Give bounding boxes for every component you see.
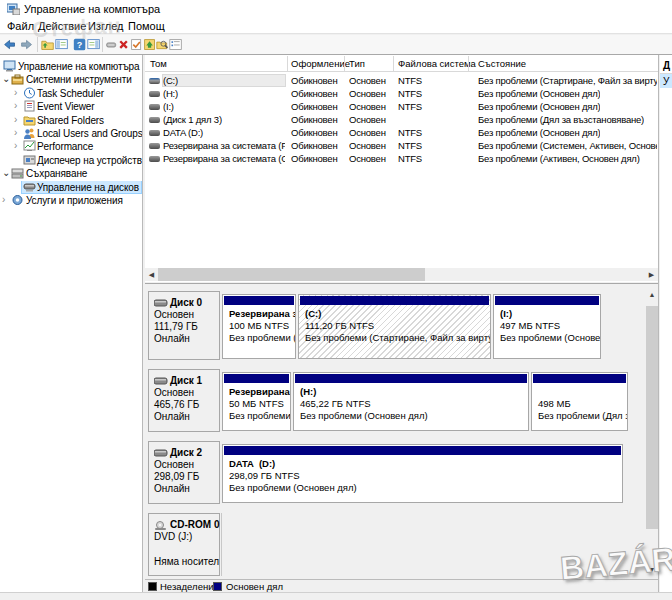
svg-text:?: ? <box>77 40 83 50</box>
partition-disk1-0[interactable]: Резервирана за системата50 МБ NTFSБез пр… <box>222 372 291 431</box>
storage-icon <box>11 167 24 179</box>
volume-type: Основен <box>349 88 391 99</box>
disk-label-0[interactable]: Диск 0Основен111,79 ГБОнлайн <box>148 291 220 360</box>
tree-item-label: Услуги и приложения <box>26 195 123 206</box>
shared-folder-icon <box>23 114 36 126</box>
chevron-collapsed-icon[interactable]: › <box>14 100 17 111</box>
partition-disk1-2[interactable]: 498 МББез проблеми (Дял за възстановяван… <box>531 372 628 431</box>
horizontal-scroll-thumb[interactable] <box>158 268 425 281</box>
check-doc-icon[interactable] <box>130 38 144 52</box>
column-separator[interactable] <box>468 56 469 71</box>
partition-title: (I:) <box>500 308 512 319</box>
actions-divider[interactable] <box>658 55 659 592</box>
disk-state: Онлайн <box>154 411 219 423</box>
scroll-up-button[interactable]: ▲ <box>646 288 658 301</box>
column-header-1[interactable]: Оформление <box>291 58 350 69</box>
computer-icon <box>3 60 16 72</box>
tree-item-label: Task Scheduler <box>37 88 104 99</box>
tree-item-event-viewer[interactable]: ›Event Viewer <box>0 100 142 113</box>
volume-icon <box>149 104 160 110</box>
volume-row-2[interactable]: (H:)ОбикновенОсновенNTFSБез проблеми (Ос… <box>145 87 657 100</box>
volume-name: (I:) <box>163 101 285 112</box>
disk-name: Диск 2 <box>170 447 202 458</box>
volume-status: Без проблеми (Основен дял) <box>478 88 600 99</box>
partition-title: (H:) <box>300 386 316 397</box>
disk-label-2[interactable]: Диск 2Основен298,09 ГБОнлайн <box>148 441 220 504</box>
console-tree: Управление на компютъра (л⌄Системни инст… <box>0 55 142 592</box>
volume-row-6[interactable]: Резервирана за системата (F:)ОбикновенОс… <box>145 139 657 152</box>
tree-item-task-scheduler[interactable]: ›Task Scheduler <box>0 87 142 100</box>
tree-divider[interactable] <box>142 55 143 592</box>
column-header-3[interactable]: Файлова система <box>398 58 476 69</box>
vertical-scrollbar[interactable]: ▲ ▼ <box>646 288 658 576</box>
column-separator[interactable] <box>287 56 288 71</box>
actions-selected-item[interactable]: У <box>660 74 672 88</box>
tree-item-управление-на-дисков[interactable]: Управление на дисков <box>0 181 142 194</box>
volume-row-7[interactable]: Резервирана за системата (G:)ОбикновенОс… <box>145 152 657 165</box>
chevron-expanded-icon[interactable]: ⌄ <box>2 167 10 178</box>
partition-size: 111,20 ГБ NTFS <box>305 320 374 331</box>
disk-size: 111,79 ГБ <box>154 321 219 333</box>
column-separator[interactable] <box>393 56 394 71</box>
back-icon[interactable] <box>3 38 17 52</box>
chevron-collapsed-icon[interactable]: › <box>14 87 17 98</box>
cdrom-label-3[interactable]: CD-ROM 0DVD (J:)Няма носител <box>148 513 220 576</box>
volume-row-4[interactable]: (Диск 1 дял 3)ОбикновенОсновенБез пробле… <box>145 113 657 126</box>
partition-disk0-2[interactable]: (I:)497 МБ NTFSБез проблеми (Основен дял… <box>493 294 601 359</box>
disk-icon <box>23 181 36 193</box>
partition-disk0-1[interactable]: (C:)111,20 ГБ NTFSБез проблеми (Стартира… <box>298 294 491 359</box>
main-panel: ТомОформлениеТипФайлова системаСъстояние… <box>145 55 658 592</box>
volume-fs: NTFS <box>398 127 466 138</box>
volume-fs: NTFS <box>398 140 466 151</box>
partition-size: 465,22 ГБ NTFS <box>300 398 371 409</box>
volume-layout: Обикновен <box>291 140 342 151</box>
properties-icon[interactable] <box>169 38 183 52</box>
tree-item-съхраняване[interactable]: ⌄Съхраняване <box>0 167 142 180</box>
search-icon[interactable] <box>156 38 170 52</box>
tree-item-системни-инструменти[interactable]: ⌄Системни инструменти <box>0 73 142 86</box>
services-icon <box>11 194 24 206</box>
column-header-2[interactable]: Тип <box>349 58 365 69</box>
users-icon <box>23 127 36 139</box>
volume-fs: NTFS <box>398 88 466 99</box>
vertical-scroll-thumb[interactable] <box>646 306 658 529</box>
horizontal-scrollbar[interactable]: ◀ ▶ <box>145 268 658 281</box>
status-bar <box>0 592 672 600</box>
chevron-collapsed-icon[interactable]: › <box>14 127 17 138</box>
menu-file[interactable]: Файл <box>7 20 34 32</box>
volume-row-1[interactable]: (C:)ОбикновенОсновенNTFSБез проблеми (Ст… <box>145 74 657 87</box>
menu-help[interactable]: Помощ <box>128 20 165 32</box>
chevron-collapsed-icon[interactable]: › <box>14 114 17 125</box>
partition-title: (C:) <box>305 308 321 319</box>
tree-item-диспечер-на-устройств[interactable]: Диспечер на устройств <box>0 154 142 167</box>
partition-status: Без проблеми (Системен, Активен, Основен… <box>229 332 296 343</box>
tree-item-shared-folders[interactable]: ›Shared Folders <box>0 114 142 127</box>
column-separator[interactable] <box>344 56 345 71</box>
volume-row-5[interactable]: DATA (D:)ОбикновенОсновенNTFSБез проблем… <box>145 126 657 139</box>
column-header-0[interactable]: Том <box>150 58 167 69</box>
volume-name: (Диск 1 дял 3) <box>163 114 285 125</box>
scroll-right-button[interactable]: ▶ <box>645 268 658 281</box>
disk-icon <box>154 449 168 457</box>
volume-fs: NTFS <box>398 153 466 164</box>
partition-disk0-0[interactable]: Резервирана за системата100 МБ NTFSБез п… <box>222 294 296 359</box>
chevron-expanded-icon[interactable]: ⌄ <box>2 73 10 84</box>
tree-item-local-users-and-groups[interactable]: ›Local Users and Groups <box>0 127 142 140</box>
partition-disk2-0[interactable]: DATA (D:)298,09 ГБ NTFSБез проблеми (Осн… <box>222 444 623 503</box>
volume-layout: Обикновен <box>291 127 342 138</box>
partition-disk1-1[interactable]: (H:)465,22 ГБ NTFSБез проблеми (Основен … <box>293 372 529 431</box>
volume-fs: NTFS <box>398 101 466 112</box>
tree-item-performance[interactable]: ›Performance <box>0 140 142 153</box>
chevron-collapsed-icon[interactable]: › <box>14 140 17 151</box>
volume-type: Основен <box>349 127 391 138</box>
volume-row-3[interactable]: (I:)ОбикновенОсновенNTFSБез проблеми (Ос… <box>145 100 657 113</box>
chevron-collapsed-icon[interactable]: › <box>2 194 5 205</box>
tree-item-услуги-и-приложения[interactable]: ›Услуги и приложения <box>0 194 142 207</box>
delete-icon[interactable] <box>117 38 131 52</box>
up-arrow-icon[interactable] <box>143 38 157 52</box>
scroll-left-button[interactable]: ◀ <box>145 268 158 281</box>
column-header-4[interactable]: Състояние <box>478 58 526 69</box>
volume-icon <box>149 117 160 123</box>
tree-item-управление-на-компютъра-л[interactable]: Управление на компютъра (л <box>0 60 142 73</box>
disk-label-1[interactable]: Диск 1Основен465,76 ГБОнлайн <box>148 369 220 432</box>
